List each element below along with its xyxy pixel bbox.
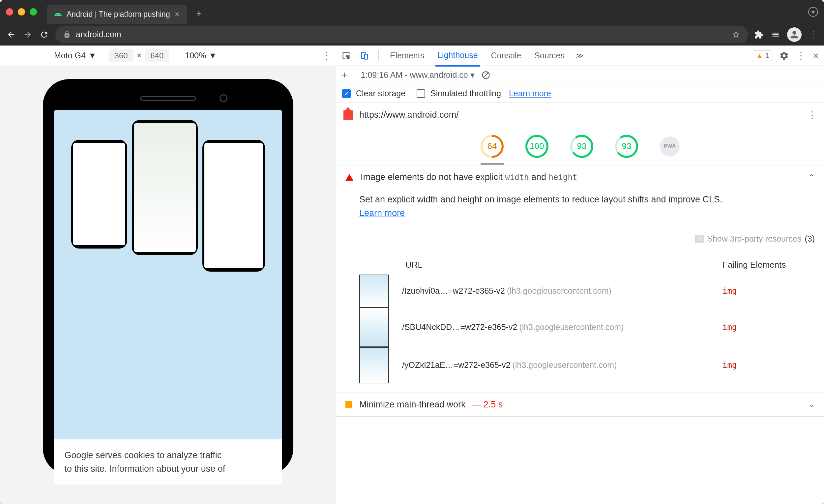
tested-url: https://www.android.com/ [359,110,459,120]
page-content[interactable]: Google serves cookies to analyze traffic… [54,110,282,485]
score-best-practices[interactable]: 93 [570,135,593,158]
warn-icon [345,401,352,408]
score-performance[interactable]: 64 [481,135,504,158]
warnings-badge[interactable]: ▲ 1 [753,51,772,61]
tab-elements[interactable]: Elements [388,45,426,66]
device-select[interactable]: Moto G4 ▼ [54,51,97,60]
bookmark-icon[interactable] [732,30,740,39]
tab-console[interactable]: Console [489,45,523,66]
clear-storage-checkbox[interactable]: ✓ [342,89,351,98]
device-toolbar-menu[interactable]: ⋮ [322,50,331,61]
table-row: /SBU4NckDD…=w272-e365-v2(lh3.googleuserc… [402,308,815,347]
titlebar: Android | The platform pushing × + [0,0,824,24]
dropdown-icon: ▼ [209,51,217,60]
height-input[interactable] [145,49,169,62]
third-party-toggle: ✓ Show 3rd-party resources (3) [359,233,815,245]
learn-more-link[interactable]: Learn more [359,208,405,218]
tab-sources[interactable]: Sources [532,45,566,66]
svg-line-3 [484,73,488,78]
audit-image-dimensions: Image elements do not have explicit widt… [336,166,824,393]
element-thumbnail [359,275,396,383]
fail-icon [345,174,353,181]
window-controls [6,8,37,15]
failing-elements-table: URL Failing Elements /Izuohvi [359,255,815,383]
devtools-tabs: Elements Lighthouse Console Sources ≫ ▲ … [336,45,824,66]
chrome-account-icon[interactable] [808,7,818,17]
reading-list-icon[interactable] [770,30,780,39]
content-area: Moto G4 ▼ × 100% ▼ ⋮ [0,45,824,504]
new-tab-button[interactable]: + [196,8,202,19]
profile-avatar[interactable] [787,27,802,42]
lock-icon [63,31,71,38]
forward-button[interactable] [22,29,33,40]
tab-close-button[interactable]: × [175,9,180,19]
devtools-close-icon[interactable]: × [813,50,819,61]
audit-body: Set an explicit width and height on imag… [336,189,824,393]
report-menu[interactable]: ⋮ [808,109,817,120]
back-button[interactable] [6,29,16,40]
preview-viewport: Google serves cookies to analyze traffic… [0,66,336,504]
url-text: android.com [76,30,121,39]
score-pwa[interactable]: PWA [660,136,680,156]
hero-phone-1 [71,140,127,248]
device-frame: Google serves cookies to analyze traffic… [43,79,293,475]
lighthouse-toolbar: + 1:09:16 AM - www.android.co ▾ [336,66,824,84]
devtools-panel: Elements Lighthouse Console Sources ≫ ▲ … [336,45,824,504]
tested-url-row: https://www.android.com/ ⋮ [336,103,824,127]
minimize-window-button[interactable] [18,8,25,15]
throttling-checkbox[interactable] [417,89,425,98]
table-row: /Izuohvi0a…=w272-e365-v2(lh3.googleuserc… [402,275,815,308]
extensions-icon[interactable] [754,30,763,39]
more-tabs-icon[interactable]: ≫ [576,52,584,60]
devtools-menu[interactable]: ⋮ [796,50,806,61]
audit-main-thread: Minimize main-thread work — 2.5 s ⌄ [336,393,824,417]
learn-more-link[interactable]: Learn more [509,89,551,98]
hero-phone-3 [202,140,265,272]
zoom-select[interactable]: 100% ▼ [185,51,217,60]
device-toggle-icon[interactable] [360,51,369,60]
tab-lighthouse[interactable]: Lighthouse [435,45,480,67]
lighthouse-icon [343,110,353,120]
chevron-down-icon: ⌄ [808,400,815,409]
android-favicon [54,10,62,18]
settings-icon[interactable] [779,51,789,61]
browser-tab[interactable]: Android | The platform pushing × [47,5,187,24]
table-row: /yOZkl21aE…=w272-e365-v2(lh3.googleuserc… [402,347,815,383]
device-toolbar: Moto G4 ▼ × 100% ▼ ⋮ [0,45,336,66]
maximize-window-button[interactable] [30,8,37,15]
phone-camera [219,94,227,102]
inspect-icon[interactable] [341,51,351,60]
report-timestamp[interactable]: 1:09:16 AM - www.android.co ▾ [361,70,475,80]
score-accessibility[interactable]: 100 [525,135,548,158]
score-seo[interactable]: 93 [615,135,638,158]
third-party-checkbox[interactable]: ✓ [695,235,704,243]
tab-title: Android | The platform pushing [67,10,170,19]
clear-icon[interactable] [481,71,491,80]
url-bar: android.com ⋮ [0,24,824,45]
close-window-button[interactable] [6,8,13,15]
phone-speaker [140,96,196,101]
chevron-up-icon: ⌃ [808,173,815,182]
lighthouse-options: ✓ Clear storage Simulated throttling Lea… [336,84,824,103]
new-report-button[interactable]: + [341,70,347,81]
width-input[interactable] [109,49,133,62]
svg-rect-1 [365,54,368,59]
hero-phone-2 [132,120,198,255]
device-preview-panel: Moto G4 ▼ × 100% ▼ ⋮ [0,45,336,504]
browser-window: Android | The platform pushing × + andro… [0,0,824,504]
audit-header[interactable]: Minimize main-thread work — 2.5 s ⌄ [336,393,824,416]
browser-menu-button[interactable]: ⋮ [809,29,818,40]
dimensions: × [109,49,170,62]
cookie-banner: Google serves cookies to analyze traffic… [54,439,282,485]
dropdown-icon: ▼ [88,51,97,60]
audit-header[interactable]: Image elements do not have explicit widt… [336,166,824,189]
warning-icon: ▲ [756,52,763,60]
reload-button[interactable] [39,29,49,40]
score-gauges: 64 100 93 93 PWA [336,127,824,166]
address-bar[interactable]: android.com [56,26,748,43]
